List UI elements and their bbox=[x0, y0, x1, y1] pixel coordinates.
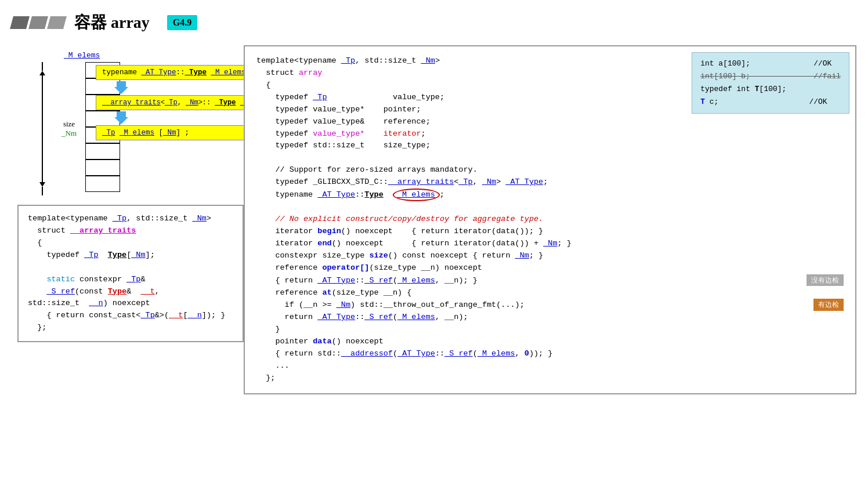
size-label: size bbox=[57, 119, 81, 129]
bc-line8: { return const_cast<_Tp&>(__t[__n]); } bbox=[28, 310, 233, 322]
mc-line8: typedef std::size_t size_type; bbox=[256, 140, 844, 152]
mc-line18: { return std::__addressof(_AT_Type::_S_r… bbox=[256, 348, 844, 360]
mc-line15b: if (__n >= _Nm) std::__throw_out_of_rang… bbox=[256, 299, 844, 311]
mc-line6: typedef value_type& reference; bbox=[256, 116, 844, 128]
right-panel: int a[100]; //OK int[100] b; //fail type… bbox=[244, 45, 856, 394]
page: 容器 array G4.9 _M_elems s bbox=[0, 0, 868, 493]
bc-line2: struct __array_traits bbox=[28, 225, 233, 237]
stripe-2 bbox=[28, 16, 48, 29]
bottom-code-panel: template<typename _Tp, std::size_t _Nm> … bbox=[17, 205, 244, 342]
mc-blank1 bbox=[256, 152, 844, 164]
bc-line1: template<typename _Tp, std::size_t _Nm> bbox=[28, 213, 233, 225]
cell-5 bbox=[85, 143, 120, 160]
stripe-1 bbox=[10, 16, 30, 29]
mc-line19: ... bbox=[256, 360, 844, 372]
version-badge: G4.9 bbox=[167, 15, 197, 30]
mc-line10: typename _AT_Type::Type _M_elems; bbox=[256, 188, 844, 201]
cell-6 bbox=[85, 160, 120, 176]
mc-line15a: reference at(size_type __n) { bbox=[256, 287, 844, 299]
bc-line9: }; bbox=[28, 322, 233, 334]
nm-label: _Nm bbox=[57, 129, 81, 138]
info-line4: T c; //OK bbox=[700, 96, 841, 108]
decorative-stripes bbox=[12, 16, 65, 29]
bottom-code: template<typename _Tp, std::size_t _Nm> … bbox=[28, 213, 233, 334]
page-title: 容器 array bbox=[74, 12, 150, 34]
mc-line9: typedef _GLIBCXX_STD_C::__array_traits<_… bbox=[256, 176, 844, 188]
size-arrow bbox=[29, 62, 55, 195]
mc-line17: pointer data() noexcept bbox=[256, 336, 844, 348]
size-labels: size _Nm bbox=[57, 62, 81, 195]
info-box: int a[100]; //OK int[100] b; //fail type… bbox=[692, 52, 849, 114]
mc-line16: } bbox=[256, 324, 844, 336]
mc-comment1: // Support for zero-sized arrays mandato… bbox=[256, 164, 844, 176]
info-line2: int[100] b; //fail bbox=[700, 70, 841, 83]
stripe-3 bbox=[47, 16, 67, 29]
mc-line20: }; bbox=[256, 372, 844, 385]
mc-comment2: // No explicit construct/copy/destroy fo… bbox=[256, 213, 844, 226]
left-panel: _M_elems size _Nm bbox=[12, 45, 244, 394]
mc-line11: iterator begin() noexcept { return itera… bbox=[256, 226, 844, 238]
cell-7 bbox=[85, 176, 120, 192]
mc-line7: typedef value_type* iterator; bbox=[256, 128, 844, 140]
header: 容器 array G4.9 bbox=[12, 12, 856, 34]
mc-blank2 bbox=[256, 201, 844, 213]
mc-line12: iterator end() noexcept { return iterato… bbox=[256, 238, 844, 250]
mc-line14a: reference operator[](size_type __n) noex… bbox=[256, 262, 844, 274]
no-bounds-check-badge: 没有边检 bbox=[806, 274, 844, 287]
main-layout: _M_elems size _Nm bbox=[12, 45, 856, 394]
bc-line4: typedef _Tp Type[_Nm]; bbox=[28, 249, 233, 262]
bc-line3: { bbox=[28, 237, 233, 249]
info-line1: int a[100]; //OK bbox=[700, 57, 841, 70]
bc-line7: _S_ref(const Type& __t, std::size_t __n)… bbox=[28, 286, 233, 310]
bc-line6: static constexpr _Tp& bbox=[28, 274, 233, 286]
mc-line13: constexpr size_type size() const noexcep… bbox=[256, 250, 844, 262]
mc-line15c: return _AT_Type::_S_ref(_M_elems, __n); bbox=[256, 311, 844, 324]
mc-line14b: { return _AT_Type::_S_ref(_M_elems, __n)… bbox=[256, 274, 844, 287]
array-diagram: _M_elems size _Nm bbox=[29, 51, 244, 195]
bc-line5 bbox=[28, 262, 233, 274]
info-line3: typedef int T[100]; bbox=[700, 83, 841, 96]
m-elems-label: _M_elems bbox=[64, 51, 244, 60]
bounds-check-badge: 有边检 bbox=[813, 299, 844, 311]
